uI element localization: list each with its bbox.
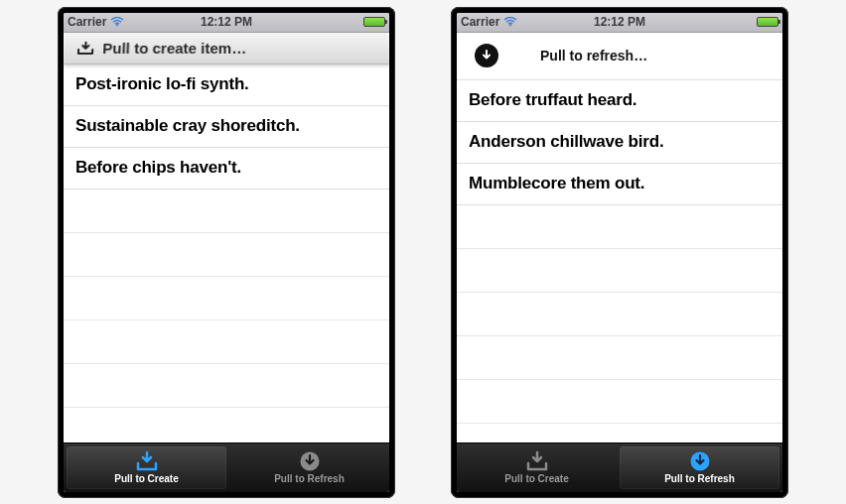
list-item[interactable]: Anderson chillwave bird. bbox=[457, 122, 782, 164]
pull-create-label: Pull to create item… bbox=[102, 39, 246, 56]
list-content-right[interactable]: Before truffaut heard. Anderson chillwav… bbox=[457, 80, 782, 442]
carrier-label: Carrier bbox=[461, 15, 499, 29]
wifi-icon bbox=[110, 17, 124, 27]
empty-row bbox=[457, 336, 782, 380]
empty-row bbox=[64, 277, 389, 320]
tab-pull-to-refresh[interactable]: Pull to Refresh bbox=[620, 446, 779, 489]
device-right: Carrier 12:12 PM Pull to ref bbox=[451, 7, 788, 498]
time-label: 12:12 PM bbox=[594, 15, 645, 29]
status-bar: Carrier 12:12 PM bbox=[64, 13, 389, 33]
list-content-left[interactable]: Post-ironic lo-fi synth. Sustainable cra… bbox=[64, 64, 389, 442]
time-label: 12:12 PM bbox=[201, 15, 252, 29]
circle-down-arrow-icon bbox=[475, 44, 498, 67]
status-bar: Carrier 12:12 PM bbox=[457, 13, 782, 33]
empty-row bbox=[457, 293, 782, 336]
empty-row bbox=[457, 380, 782, 424]
download-tray-icon bbox=[134, 450, 160, 472]
svg-point-0 bbox=[116, 25, 118, 27]
empty-row bbox=[64, 189, 389, 233]
download-tray-icon bbox=[76, 41, 95, 55]
svg-point-2 bbox=[509, 25, 511, 27]
pull-to-refresh-header[interactable]: Pull to refresh… bbox=[457, 33, 782, 80]
empty-row bbox=[64, 320, 389, 364]
device-left: Carrier 12:12 PM bbox=[58, 7, 395, 498]
screen-left: Carrier 12:12 PM bbox=[64, 13, 389, 492]
status-left: Carrier bbox=[68, 15, 124, 29]
empty-row bbox=[457, 249, 782, 293]
tab-pull-to-create[interactable]: Pull to Create bbox=[457, 443, 617, 492]
download-tray-icon bbox=[524, 450, 550, 472]
carrier-label: Carrier bbox=[68, 15, 106, 29]
battery-icon bbox=[757, 17, 778, 27]
empty-row bbox=[64, 233, 389, 277]
tab-bar: Pull to Create Pull to Refresh bbox=[457, 442, 782, 492]
list-item[interactable]: Post-ironic lo-fi synth. bbox=[64, 64, 389, 106]
empty-row bbox=[64, 364, 389, 408]
empty-row bbox=[457, 205, 782, 249]
circle-down-arrow-icon bbox=[689, 450, 711, 472]
list-item[interactable]: Before truffaut heard. bbox=[457, 80, 782, 122]
pull-to-create-header[interactable]: Pull to create item… bbox=[64, 33, 389, 64]
circle-down-arrow-icon bbox=[299, 450, 321, 472]
list-item[interactable]: Sustainable cray shoreditch. bbox=[64, 106, 389, 148]
wifi-icon bbox=[503, 17, 517, 27]
tab-label: Pull to Refresh bbox=[664, 473, 735, 484]
battery-icon bbox=[363, 17, 385, 27]
pull-refresh-label: Pull to refresh… bbox=[516, 48, 765, 63]
tab-label: Pull to Refresh bbox=[274, 473, 345, 484]
status-left: Carrier bbox=[461, 15, 517, 29]
list-item[interactable]: Mumblecore them out. bbox=[457, 164, 782, 205]
tab-pull-to-create[interactable]: Pull to Create bbox=[67, 446, 226, 489]
tab-bar: Pull to Create Pull to Refresh bbox=[64, 442, 389, 492]
empty-row bbox=[64, 408, 389, 442]
list-item[interactable]: Before chips haven't. bbox=[64, 148, 389, 189]
tab-label: Pull to Create bbox=[504, 473, 568, 484]
screen-right: Carrier 12:12 PM Pull to ref bbox=[457, 13, 782, 492]
tab-label: Pull to Create bbox=[114, 473, 178, 484]
tab-pull-to-refresh[interactable]: Pull to Refresh bbox=[229, 443, 389, 492]
